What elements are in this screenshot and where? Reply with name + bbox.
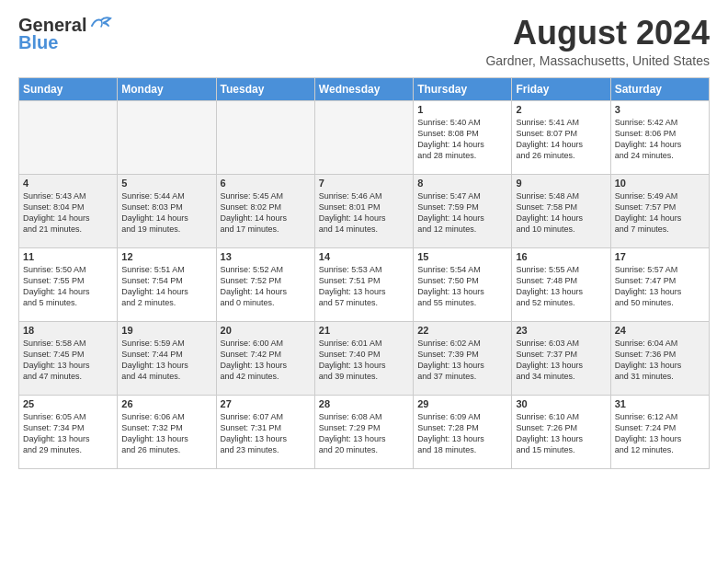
day-info: Sunrise: 5:51 AM Sunset: 7:54 PM Dayligh… [121,264,211,309]
day-number: 19 [121,325,211,336]
day-info: Sunrise: 5:53 AM Sunset: 7:51 PM Dayligh… [319,264,409,309]
table-row: 8Sunrise: 5:47 AM Sunset: 7:59 PM Daylig… [414,174,512,247]
calendar-table: Sunday Monday Tuesday Wednesday Thursday… [18,77,710,469]
header-monday: Monday [118,77,216,100]
day-info: Sunrise: 5:57 AM Sunset: 7:47 PM Dayligh… [615,264,705,309]
day-number: 3 [615,104,705,115]
day-number: 2 [516,104,606,115]
table-row: 28Sunrise: 6:08 AM Sunset: 7:29 PM Dayli… [314,395,413,468]
day-number: 13 [221,251,311,262]
day-number: 31 [615,398,705,409]
table-row: 4Sunrise: 5:43 AM Sunset: 8:04 PM Daylig… [19,174,118,247]
logo-blue-text: Blue [18,32,58,53]
day-info: Sunrise: 5:42 AM Sunset: 8:06 PM Dayligh… [615,117,705,162]
day-number: 8 [417,178,507,189]
day-info: Sunrise: 5:49 AM Sunset: 7:57 PM Dayligh… [615,190,705,236]
day-info: Sunrise: 6:09 AM Sunset: 7:28 PM Dayligh… [417,411,507,456]
day-number: 24 [615,325,705,336]
calendar-week-row: 25Sunrise: 6:05 AM Sunset: 7:34 PM Dayli… [19,395,710,468]
day-number: 5 [121,178,211,189]
day-number: 7 [319,178,409,189]
day-info: Sunrise: 5:46 AM Sunset: 8:01 PM Dayligh… [319,190,409,236]
calendar-week-row: 1Sunrise: 5:40 AM Sunset: 8:08 PM Daylig… [19,100,710,174]
day-info: Sunrise: 6:03 AM Sunset: 7:37 PM Dayligh… [516,338,606,383]
table-row [118,100,216,174]
table-row [216,100,314,174]
day-number: 12 [121,251,211,262]
day-info: Sunrise: 5:41 AM Sunset: 8:07 PM Dayligh… [516,117,606,162]
day-number: 16 [516,251,606,262]
day-info: Sunrise: 5:52 AM Sunset: 7:52 PM Dayligh… [221,264,311,309]
day-number: 6 [221,178,311,189]
table-row: 10Sunrise: 5:49 AM Sunset: 7:57 PM Dayli… [610,174,709,247]
day-number: 30 [516,398,606,409]
day-info: Sunrise: 5:58 AM Sunset: 7:45 PM Dayligh… [23,338,113,383]
day-info: Sunrise: 5:44 AM Sunset: 8:03 PM Dayligh… [121,190,211,236]
calendar-week-row: 18Sunrise: 5:58 AM Sunset: 7:45 PM Dayli… [19,321,710,395]
title-block: August 2024 Gardner, Massachusetts, Unit… [485,15,710,68]
day-info: Sunrise: 6:01 AM Sunset: 7:40 PM Dayligh… [319,338,409,383]
table-row: 3Sunrise: 5:42 AM Sunset: 8:06 PM Daylig… [610,100,709,174]
table-row: 14Sunrise: 5:53 AM Sunset: 7:51 PM Dayli… [314,247,413,321]
day-info: Sunrise: 5:45 AM Sunset: 8:02 PM Dayligh… [221,190,311,236]
day-info: Sunrise: 5:50 AM Sunset: 7:55 PM Dayligh… [23,264,113,309]
day-number: 18 [23,325,113,336]
table-row: 23Sunrise: 6:03 AM Sunset: 7:37 PM Dayli… [512,321,610,395]
day-number: 17 [615,251,705,262]
day-number: 1 [417,104,507,115]
page-container: General Blue August 2024 Gardner, Massac… [0,0,728,478]
day-info: Sunrise: 6:12 AM Sunset: 7:24 PM Dayligh… [615,411,705,456]
table-row: 24Sunrise: 6:04 AM Sunset: 7:36 PM Dayli… [610,321,709,395]
table-row: 11Sunrise: 5:50 AM Sunset: 7:55 PM Dayli… [19,247,118,321]
day-number: 21 [319,325,409,336]
header-wednesday: Wednesday [314,77,413,100]
day-number: 22 [417,325,507,336]
table-row: 31Sunrise: 6:12 AM Sunset: 7:24 PM Dayli… [610,395,709,468]
day-number: 28 [319,398,409,409]
table-row: 25Sunrise: 6:05 AM Sunset: 7:34 PM Dayli… [19,395,118,468]
table-row: 6Sunrise: 5:45 AM Sunset: 8:02 PM Daylig… [216,174,314,247]
table-row: 2Sunrise: 5:41 AM Sunset: 8:07 PM Daylig… [512,100,610,174]
table-row: 29Sunrise: 6:09 AM Sunset: 7:28 PM Dayli… [414,395,512,468]
table-row: 12Sunrise: 5:51 AM Sunset: 7:54 PM Dayli… [118,247,216,321]
day-info: Sunrise: 6:06 AM Sunset: 7:32 PM Dayligh… [121,411,211,456]
table-row: 30Sunrise: 6:10 AM Sunset: 7:26 PM Dayli… [512,395,610,468]
table-row: 5Sunrise: 5:44 AM Sunset: 8:03 PM Daylig… [118,174,216,247]
day-number: 15 [417,251,507,262]
day-number: 23 [516,325,606,336]
day-info: Sunrise: 5:47 AM Sunset: 7:59 PM Dayligh… [417,190,507,236]
table-row: 7Sunrise: 5:46 AM Sunset: 8:01 PM Daylig… [314,174,413,247]
header-thursday: Thursday [414,77,512,100]
table-row: 20Sunrise: 6:00 AM Sunset: 7:42 PM Dayli… [216,321,314,395]
day-info: Sunrise: 5:48 AM Sunset: 7:58 PM Dayligh… [516,190,606,236]
day-number: 27 [221,398,311,409]
day-info: Sunrise: 5:43 AM Sunset: 8:04 PM Dayligh… [23,190,113,236]
day-number: 11 [23,251,113,262]
header-friday: Friday [512,77,610,100]
day-info: Sunrise: 6:04 AM Sunset: 7:36 PM Dayligh… [615,338,705,383]
table-row [19,100,118,174]
day-info: Sunrise: 5:59 AM Sunset: 7:44 PM Dayligh… [121,338,211,383]
day-number: 9 [516,178,606,189]
table-row: 22Sunrise: 6:02 AM Sunset: 7:39 PM Dayli… [414,321,512,395]
logo-bird-icon [88,15,114,31]
table-row: 9Sunrise: 5:48 AM Sunset: 7:58 PM Daylig… [512,174,610,247]
table-row [314,100,413,174]
header-saturday: Saturday [610,77,709,100]
table-row: 13Sunrise: 5:52 AM Sunset: 7:52 PM Dayli… [216,247,314,321]
day-info: Sunrise: 6:10 AM Sunset: 7:26 PM Dayligh… [516,411,606,456]
day-info: Sunrise: 5:55 AM Sunset: 7:48 PM Dayligh… [516,264,606,309]
table-row: 26Sunrise: 6:06 AM Sunset: 7:32 PM Dayli… [118,395,216,468]
table-row: 27Sunrise: 6:07 AM Sunset: 7:31 PM Dayli… [216,395,314,468]
page-header: General Blue August 2024 Gardner, Massac… [18,15,710,68]
day-number: 26 [121,398,211,409]
table-row: 16Sunrise: 5:55 AM Sunset: 7:48 PM Dayli… [512,247,610,321]
day-info: Sunrise: 6:02 AM Sunset: 7:39 PM Dayligh… [417,338,507,383]
table-row: 18Sunrise: 5:58 AM Sunset: 7:45 PM Dayli… [19,321,118,395]
month-year-title: August 2024 [485,15,710,52]
table-row: 15Sunrise: 5:54 AM Sunset: 7:50 PM Dayli… [414,247,512,321]
day-info: Sunrise: 6:00 AM Sunset: 7:42 PM Dayligh… [221,338,311,383]
logo: General Blue [18,15,114,53]
location-subtitle: Gardner, Massachusetts, United States [485,53,710,68]
table-row: 21Sunrise: 6:01 AM Sunset: 7:40 PM Dayli… [314,321,413,395]
